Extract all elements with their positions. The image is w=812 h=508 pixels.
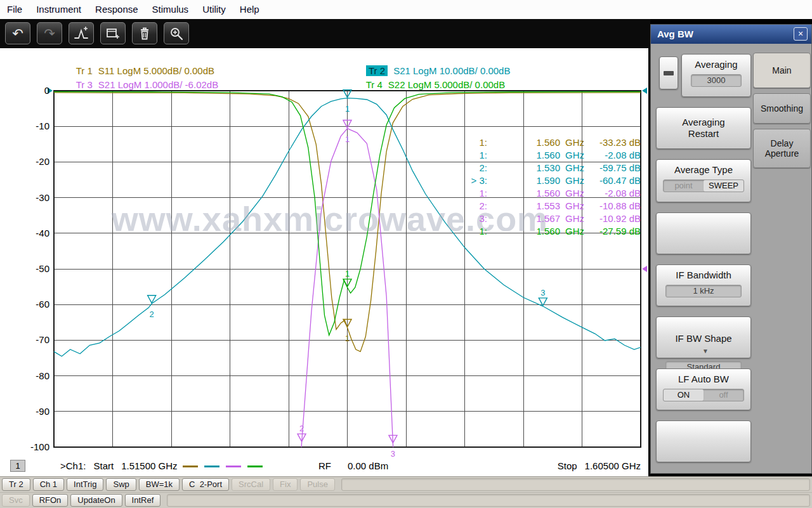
channel-prefix: >Ch1: [60,460,86,471]
delete-button[interactable] [132,22,157,44]
marker-number: 1: [450,149,487,162]
marker-readout-row: 2:1.530GHz-59.75 dB [450,162,641,174]
y-axis-label: 0 [0,85,49,96]
marker-readout-row: 3:1.567GHz-10.92 dB [450,212,641,225]
menu-stimulus[interactable]: Stimulus [145,0,196,19]
tab-delay-aperture[interactable]: Delay Aperture [753,129,811,168]
status-cal-2port[interactable]: C 2-Port [182,478,229,491]
marker-unit: GHz [560,212,589,225]
average-type-option-sweep[interactable]: SWEEP [704,180,743,192]
plot-marker-label: 3 [540,288,545,297]
status-srccal: SrcCal [232,478,270,491]
trace-id: Tr 4 [366,79,383,90]
trace2-color-dash [204,466,219,467]
trace-settings: S22 LogM 5.000dB/ 0.00dB [388,79,505,90]
zoom-button[interactable] [164,22,189,44]
if-bw-shape-label: IF BW Shape ▼ [657,322,750,357]
marker-value: -10.88 dB [589,200,641,212]
marker-number: 2: [450,162,487,174]
status-active-channel[interactable]: Ch 1 [33,478,64,491]
measurement-graph: 11112323 [0,48,648,476]
trash-icon [137,26,152,41]
plot-marker-label: 3 [391,449,395,459]
marker-value: -60.47 dB [589,174,641,187]
marker-value: -2.08 dB [589,149,641,162]
trace-legend-tr4[interactable]: Tr 4S22 LogM 5.000dB/ 0.00dB [350,68,505,101]
trace-id: Tr 3 [76,79,93,90]
if-bw-shape-button[interactable]: IF BW Shape ▼ Standard [656,316,751,358]
trace4-color-dash [247,466,263,467]
reference-level-arrow [642,88,647,94]
status-message-strip [167,494,810,507]
menu-utility[interactable]: Utility [195,0,233,19]
average-type-label: Average Type [657,164,750,176]
marker-value: -27.59 dB [589,225,641,238]
averaging-restart-button[interactable]: Averaging Restart [656,107,751,149]
average-type-option-point[interactable]: point [664,180,704,192]
marker-number: 2: [450,200,487,212]
status-bar-1: Tr 2 Ch 1 IntTrig Swp BW=1k C 2-Port Src… [0,476,812,492]
lf-auto-bw-option-off[interactable]: off [704,389,743,401]
blank-softkey [656,212,751,254]
stimulus-stop: Stop 1.60500 GHz [558,460,641,471]
if-bandwidth-button[interactable]: IF Bandwidth 1 kHz [656,264,751,306]
status-int-ref[interactable]: IntRef [125,494,161,507]
plot-marker-label: 1 [345,134,350,144]
marker-number: 1: [450,136,487,149]
averaging-button[interactable]: Averaging 3000 [681,54,751,97]
add-marker-button[interactable] [69,22,94,44]
blank-softkey [656,420,751,462]
channel-number-box[interactable]: 1 [10,460,25,472]
average-type-button[interactable]: Average Type point SWEEP [656,159,751,202]
lf-auto-bw-option-on[interactable]: ON [664,389,704,401]
add-window-icon [105,26,121,41]
marker-value: -33.23 dB [589,136,641,149]
status-sweep[interactable]: Swp [106,478,136,491]
y-axis-label: -60 [0,299,49,310]
menu-instrument[interactable]: Instrument [29,0,88,19]
status-active-trace[interactable]: Tr 2 [2,478,30,491]
marker-unit: GHz [560,187,589,200]
y-axis-label: -100 [0,441,49,453]
undo-button[interactable]: ↶ [5,22,30,44]
marker-value: -2.08 dB [589,187,641,200]
average-type-toggle: point SWEEP [663,179,744,192]
lf-auto-bw-button[interactable]: LF Auto BW ON off [656,368,751,410]
tab-main[interactable]: Main [753,53,811,88]
marker-value: -59.75 dB [589,162,641,174]
marker-frequency: 1.590 [487,174,560,187]
marker-unit: GHz [560,136,589,149]
marker-number: 1: [450,225,487,238]
panel-title: Avg BW [651,25,811,44]
add-marker-icon [74,26,89,41]
close-icon[interactable]: × [794,27,808,41]
status-rf-on[interactable]: RFOn [32,494,69,507]
status-if-bandwidth[interactable]: BW=1k [139,478,180,491]
start-label: Start [93,460,114,471]
tab-smoothing[interactable]: Smoothing [753,93,811,124]
menu-file[interactable]: File [0,0,29,19]
y-axis-label: -30 [0,192,49,204]
menu-response[interactable]: Response [88,0,145,19]
menu-help[interactable]: Help [233,0,266,19]
trace-legend-tr3[interactable]: Tr 3S21 LogM 1.000dB/ -6.02dB [60,68,218,101]
plot-area: 11112323 www.xahxmicrowave.com Tr 1S11 L… [0,48,648,476]
status-pulse: Pulse [300,478,335,491]
rf-power: RF 0.00 dBm [318,460,388,471]
status-update-on[interactable]: UpdateOn [70,494,122,507]
add-window-button[interactable] [100,22,126,44]
marker-unit: GHz [560,162,589,174]
status-trigger-source[interactable]: IntTrig [67,478,103,491]
plot-marker-label: 1 [345,104,350,114]
status-svc: Svc [2,494,30,507]
reference-level-arrow [642,266,647,272]
marker-unit: GHz [560,149,589,162]
vna-application-window: File Instrument Response Stimulus Utilit… [0,0,812,508]
trace1-color-dash [183,466,198,467]
marker-value: -10.92 dB [589,212,641,225]
redo-button[interactable]: ↷ [37,22,62,44]
stop-value: 1.60500 GHz [585,460,641,471]
if-bandwidth-label: IF Bandwidth [657,270,750,281]
marker-frequency: 1.560 [487,225,560,238]
averaging-toggle-button[interactable] [659,56,678,89]
